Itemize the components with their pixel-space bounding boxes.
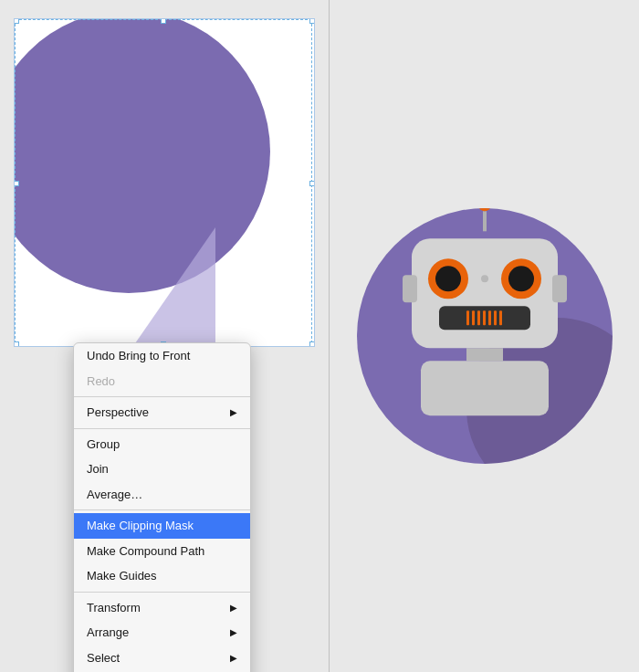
anchor-bl	[14, 341, 19, 347]
eye-left-inner	[435, 266, 461, 291]
menu-item-redo-label: Redo	[87, 373, 115, 391]
menu-item-group-label: Group	[87, 436, 120, 454]
anchor-mr	[309, 181, 315, 186]
separator-4	[74, 592, 250, 593]
right-panel	[330, 0, 639, 672]
anchor-tr	[309, 18, 315, 24]
grille-bar-6	[494, 310, 497, 325]
menu-item-average-label: Average…	[87, 486, 142, 504]
anchor-ml	[14, 181, 19, 186]
menu-item-compound-path[interactable]: Make Compound Path	[74, 539, 250, 564]
menu-item-guides[interactable]: Make Guides	[74, 563, 250, 589]
eye-right-outer	[501, 258, 541, 299]
main-area: Undo Bring to Front Redo Perspective Gro…	[0, 0, 639, 672]
robot-ear-left	[403, 275, 417, 302]
menu-item-group[interactable]: Group	[74, 432, 250, 457]
grille-bar-5	[488, 310, 491, 325]
menu-item-perspective-label: Perspective	[87, 404, 149, 422]
menu-item-select[interactable]: Select	[74, 646, 250, 671]
grille-bar-7	[499, 310, 502, 325]
robot-ear-right	[552, 275, 567, 302]
robot-neck	[466, 348, 503, 361]
context-menu: Undo Bring to Front Redo Perspective Gro…	[73, 342, 251, 672]
menu-item-clipping-mask[interactable]: Make Clipping Mask	[74, 513, 250, 539]
robot-circle	[357, 208, 613, 464]
menu-item-join[interactable]: Join	[74, 457, 250, 482]
anchor-tm	[161, 18, 166, 24]
antenna-ball	[478, 208, 491, 211]
menu-item-clipping-mask-label: Make Clipping Mask	[87, 517, 194, 535]
menu-item-redo: Redo	[74, 369, 250, 394]
eye-left-outer	[428, 258, 468, 299]
separator-1	[74, 396, 250, 397]
grille-bar-3	[477, 310, 480, 325]
grille-bar-1	[466, 310, 469, 325]
anchor-tl	[14, 18, 19, 24]
menu-item-join-label: Join	[87, 460, 109, 478]
grille-bar-2	[472, 310, 475, 325]
canvas-area	[14, 18, 315, 347]
grille-bar-4	[483, 310, 486, 325]
menu-item-perspective[interactable]: Perspective	[74, 400, 250, 425]
menu-item-transform[interactable]: Transform	[74, 595, 250, 621]
menu-item-undo-label: Undo Bring to Front	[87, 347, 190, 365]
antenna-stick	[483, 211, 487, 231]
menu-item-average[interactable]: Average…	[74, 482, 250, 508]
menu-item-guides-label: Make Guides	[87, 567, 157, 585]
nose-dot	[481, 275, 488, 282]
menu-item-undo[interactable]: Undo Bring to Front	[74, 343, 250, 369]
menu-item-transform-label: Transform	[87, 599, 141, 617]
mouth-grille	[439, 306, 530, 330]
menu-item-arrange-label: Arrange	[87, 624, 129, 642]
menu-item-compound-path-label: Make Compound Path	[87, 542, 204, 561]
robot-body	[412, 238, 558, 415]
separator-3	[74, 509, 250, 510]
eyes-row	[412, 238, 558, 299]
selection-box	[15, 19, 312, 347]
menu-item-select-label: Select	[87, 649, 120, 667]
anchor-br	[309, 341, 315, 347]
separator-2	[74, 428, 250, 429]
left-panel: Undo Bring to Front Redo Perspective Gro…	[0, 0, 329, 672]
robot-torso	[421, 361, 549, 415]
robot-head	[412, 238, 558, 348]
menu-item-arrange[interactable]: Arrange	[74, 620, 250, 646]
eye-right-inner	[508, 266, 534, 291]
